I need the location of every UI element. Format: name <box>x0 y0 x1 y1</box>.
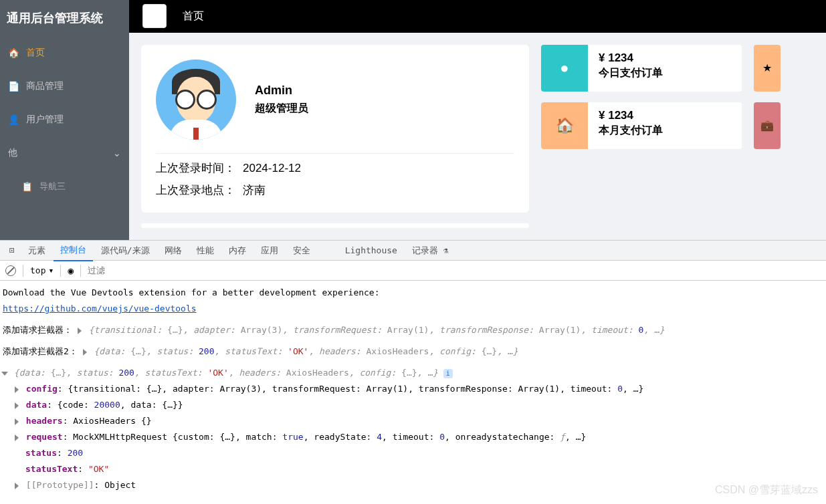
stat-card-today-orders: ● ¥ 1234 今日支付订单 <box>541 45 742 92</box>
vue-devtools-link[interactable]: https://github.com/vuejs/vue-devtools <box>3 303 197 313</box>
document-icon: 📄 <box>8 81 19 92</box>
check-icon: ● <box>541 45 588 92</box>
tab-console[interactable]: 控制台 <box>54 240 93 261</box>
tab-application[interactable]: 应用 <box>254 241 285 261</box>
tab-network[interactable]: 网络 <box>158 241 189 261</box>
user-role: 超级管理员 <box>255 102 308 116</box>
object-property-row: data: {code: 20000, data: {…}} <box>3 397 823 413</box>
home-icon: 🏠 <box>541 102 588 149</box>
collapse-button[interactable]: ▦ <box>142 4 167 28</box>
object-property-row: [[Prototype]]: Object <box>3 477 823 493</box>
sidebar-item-label: 商品管理 <box>26 80 64 92</box>
clear-console-button[interactable] <box>5 265 16 276</box>
dropdown-icon: ▾ <box>48 265 54 275</box>
devtools-panel: ⊡ 元素 控制台 源代码/来源 网络 性能 内存 应用 安全 Lighthous… <box>0 240 826 504</box>
object-property-row: config: {transitional: {…}, adapter: Arr… <box>3 381 823 397</box>
console-toolbar: top ▾ ◉ <box>0 261 826 281</box>
stat-value: ¥ 1234 <box>599 51 663 65</box>
last-login-time-row: 上次登录时间：2024-12-12 <box>156 160 514 176</box>
stat-badge-star: ★ <box>754 45 781 92</box>
sidebar-item-label: 导航三 <box>39 180 66 193</box>
watermark: CSDN @雪芽蓝域zzs <box>715 483 818 497</box>
sidebar-item-label: 用户管理 <box>26 114 64 126</box>
object-property-row: headers: AxiosHeaders {} <box>3 413 823 429</box>
sidebar-item-home[interactable]: 🏠 首页 <box>0 36 129 70</box>
user-icon: 👤 <box>8 114 19 125</box>
object-property-row: statusText: "OK" <box>3 461 823 477</box>
expand-toggle[interactable] <box>15 402 19 409</box>
content-card <box>141 223 529 229</box>
sidebar-item-products[interactable]: 📄 商品管理 <box>0 70 129 103</box>
console-log-row: 添加请求拦截器2： {data: {…}, status: 200, statu… <box>3 344 823 360</box>
tab-security[interactable]: 安全 <box>286 241 317 261</box>
user-card: Admin 超级管理员 上次登录时间：2024-12-12 上次登录地点：济南 <box>141 45 529 213</box>
app-title: 通用后台管理系统 <box>0 0 129 36</box>
devtools-tab-bar: ⊡ 元素 控制台 源代码/来源 网络 性能 内存 应用 安全 Lighthous… <box>0 241 826 261</box>
context-selector[interactable]: top ▾ <box>30 265 54 275</box>
user-name: Admin <box>255 84 308 98</box>
flask-icon: ⚗ <box>443 245 449 255</box>
avatar <box>156 59 236 140</box>
stat-label: 本月支付订单 <box>599 124 663 138</box>
tab-memory[interactable]: 内存 <box>222 241 253 261</box>
console-message: Download the Vue Devtools extension for … <box>3 285 823 301</box>
stat-label: 今日支付订单 <box>599 66 663 80</box>
sidebar-item-users[interactable]: 👤 用户管理 <box>0 103 129 136</box>
last-login-location-row: 上次登录地点：济南 <box>156 182 514 198</box>
expand-toggle[interactable] <box>15 418 19 425</box>
home-icon: 🏠 <box>8 47 19 58</box>
object-property-row: status: 200 <box>3 445 823 461</box>
star-icon: ★ <box>762 61 772 74</box>
tab-recorder[interactable]: 记录器 ⚗ <box>405 241 455 261</box>
expand-toggle[interactable] <box>15 386 19 393</box>
stat-card-month-orders: 🏠 ¥ 1234 本月支付订单 <box>541 102 742 149</box>
info-badge[interactable]: i <box>443 369 453 378</box>
chevron-down-icon: ⌄ <box>113 148 121 158</box>
console-expanded-object: {data: {…}, status: 200, statusText: 'OK… <box>3 365 823 381</box>
breadcrumb: 首页 <box>183 9 204 23</box>
tab-performance[interactable]: 性能 <box>190 241 221 261</box>
header: ▦ 首页 <box>129 0 826 33</box>
eye-icon[interactable]: ◉ <box>68 265 74 277</box>
tab-lighthouse[interactable]: Lighthouse <box>338 241 404 259</box>
expand-toggle[interactable] <box>15 483 19 489</box>
list-icon: 📋 <box>21 181 33 192</box>
sidebar-item-label: 首页 <box>26 47 45 59</box>
stat-badge-briefcase: 💼 <box>754 102 781 149</box>
briefcase-icon: 💼 <box>760 119 774 132</box>
console-log-row: 添加请求拦截器： {transitional: {…}, adapter: Ar… <box>3 322 823 338</box>
sidebar-item-label: 他 <box>8 147 17 159</box>
expand-toggle[interactable] <box>1 372 8 376</box>
expand-toggle[interactable] <box>78 328 82 334</box>
console-output[interactable]: Download the Vue Devtools extension for … <box>0 281 826 501</box>
sidebar-item-nav3[interactable]: 📋 导航三 <box>13 170 129 203</box>
grid-icon: ▦ <box>150 10 160 23</box>
sidebar-item-other[interactable]: 他 ⌄ <box>0 136 129 170</box>
tab-sources[interactable]: 源代码/来源 <box>94 241 157 261</box>
object-property-row: request: MockXMLHttpRequest {custom: {…}… <box>3 429 823 445</box>
expand-toggle[interactable] <box>15 434 19 441</box>
tab-elements[interactable]: 元素 <box>21 241 52 261</box>
expand-toggle[interactable] <box>83 349 87 356</box>
sidebar: 通用后台管理系统 🏠 首页 📄 商品管理 👤 用户管理 他 ⌄ 📋 导航三 <box>0 0 129 240</box>
inspect-icon[interactable]: ⊡ <box>4 241 20 259</box>
filter-input[interactable] <box>88 265 221 275</box>
stat-value: ¥ 1234 <box>599 109 663 122</box>
